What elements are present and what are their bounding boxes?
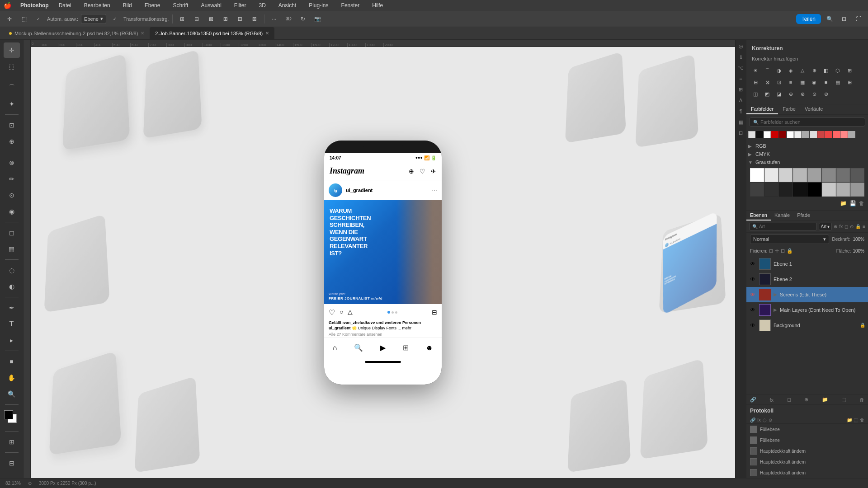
tool-options-btn[interactable]: ✓ — [33, 13, 44, 25]
adj-gradient-icon[interactable]: ▤ — [832, 77, 843, 88]
tab-pfade[interactable]: Pfade — [793, 211, 814, 221]
text-tool[interactable]: T — [4, 316, 20, 332]
adj-hsl-icon[interactable]: △ — [797, 65, 808, 76]
panel-save-icon[interactable]: 💾 — [849, 200, 856, 206]
swatch-12[interactable] — [833, 131, 840, 138]
path-select-tool[interactable]: ▸ — [4, 333, 20, 348]
align-center-btn[interactable]: ⊟ — [191, 13, 203, 25]
layer-type-dropdown[interactable]: Art ▾ — [819, 223, 832, 230]
ig-profile-icon[interactable]: ☻ — [425, 344, 433, 352]
blend-mode-dropdown[interactable]: Normal ▾ — [750, 235, 829, 244]
adj-vibrance-icon[interactable]: ◈ — [785, 65, 796, 76]
hand-tool[interactable]: ✋ — [4, 370, 20, 385]
tab-close-icon[interactable]: ✕ — [141, 31, 144, 36]
share-button[interactable]: Teilen — [796, 14, 821, 24]
layer-link-icon[interactable]: 🔗 — [750, 397, 756, 403]
magic-wand-tool[interactable]: ✦ — [4, 96, 20, 112]
adj-photo-filter-icon[interactable]: ⬡ — [832, 65, 843, 76]
select-tool-btn[interactable]: ⬚ — [18, 13, 30, 25]
tab-kanaele[interactable]: Kanäle — [771, 211, 793, 221]
3d-mode-btn[interactable]: 3D — [283, 13, 294, 25]
layer-filter-icon[interactable]: ⊕ — [834, 224, 837, 229]
panel-folder-icon[interactable]: 📁 — [840, 200, 847, 206]
ig-heart-icon[interactable]: ♡ — [420, 168, 425, 175]
ebene-dropdown[interactable]: Ebene ▾ — [81, 14, 106, 24]
adj-colorbalance-icon[interactable]: ⊕ — [809, 65, 820, 76]
align-bottom-btn[interactable]: ⊠ — [249, 13, 260, 25]
gs-5[interactable] — [807, 168, 821, 182]
graustufen-group[interactable]: ▼ Graustufen — [748, 158, 866, 166]
layer-adj-bottom-icon[interactable]: ⊕ — [804, 397, 808, 403]
gs-2[interactable] — [764, 168, 778, 182]
move-tool[interactable]: ✛ — [4, 42, 20, 58]
layer-mask-icon[interactable]: ◻ — [844, 224, 848, 229]
menu-bearbeiten[interactable]: Bearbeiten — [81, 1, 113, 9]
tab-mockup[interactable]: Mockup-Stellenausschreibung-2.psd bei 82… — [4, 27, 150, 40]
ig-username[interactable]: ui_gradient — [346, 188, 428, 193]
align-mid-btn[interactable]: ⊟ — [234, 13, 246, 25]
protokoll-icon-2[interactable]: fx — [757, 418, 761, 422]
more-options-btn[interactable]: ··· — [268, 13, 280, 25]
move-tool-btn[interactable]: ✛ — [4, 13, 15, 25]
swatch-1[interactable] — [748, 131, 755, 138]
swatch-8[interactable] — [802, 131, 809, 138]
fix-pixel-icon[interactable]: ⊞ — [769, 248, 773, 254]
layer-vis-background[interactable]: 👁 — [749, 322, 756, 329]
brush-tool[interactable]: ✏ — [4, 171, 20, 187]
gs-13[interactable] — [807, 183, 821, 197]
fix-artboard-icon[interactable]: ⊟ — [781, 248, 785, 254]
layer-fx-bottom-icon[interactable]: fx — [770, 397, 774, 403]
panel-icon-1[interactable]: ◎ — [736, 42, 745, 51]
quick-mask-btn[interactable]: ⊞ — [4, 434, 20, 450]
adj-solid-color-icon[interactable]: ■ — [821, 77, 831, 88]
layer-item-mainlayers[interactable]: 👁 ▶ Main Layers (Dont Need To Open) — [746, 302, 868, 318]
panel-icon-3[interactable]: ⌥ — [736, 63, 745, 72]
gs-11[interactable] — [779, 183, 793, 197]
menu-hilfe[interactable]: Hilfe — [369, 1, 386, 9]
adj-15-icon[interactable]: ⊘ — [821, 89, 831, 99]
align-right-btn[interactable]: ⊠ — [205, 13, 217, 25]
fix-all-icon[interactable]: 🔒 — [787, 248, 793, 254]
swatch-9[interactable] — [810, 131, 817, 138]
apple-menu[interactable]: 🍎 — [4, 2, 11, 9]
layer-item-background[interactable]: 👁 Background 🔒 — [746, 318, 868, 333]
ig-shop-icon[interactable]: ⊞ — [403, 343, 409, 352]
tab-farbe[interactable]: Farbe — [778, 104, 800, 114]
layer-vis-mainlayers[interactable]: 👁 — [749, 306, 756, 314]
ig-post-options-icon[interactable]: ··· — [432, 187, 437, 194]
tab-job-banner[interactable]: 2-Job-Banner-1080x1350.psd bei 135% (RGB… — [150, 27, 274, 40]
panel-icon-5[interactable]: ⊞ — [736, 85, 745, 94]
protokoll-item-4[interactable]: Hauptdeckkraft ändern — [746, 456, 868, 467]
menu-fenster[interactable]: Fenster — [339, 1, 363, 9]
layer-folder-bottom-icon[interactable]: 📁 — [822, 397, 828, 403]
adj-12-icon[interactable]: ⊕ — [785, 89, 796, 99]
gs-12[interactable] — [793, 183, 807, 197]
protokoll-icon-4[interactable]: ⊙ — [769, 418, 772, 422]
adj-exposure-icon[interactable]: ◑ — [774, 65, 784, 76]
panel-icon-6[interactable]: A — [736, 96, 745, 105]
adj-10-icon[interactable]: ◩ — [762, 89, 773, 99]
swatch-3[interactable] — [764, 131, 771, 138]
protokoll-icon-1[interactable]: 🔗 — [750, 418, 755, 422]
ig-reels-icon[interactable]: ▶ — [380, 343, 386, 352]
ig-comments[interactable]: Alle 27 Kommentare ansehen — [324, 331, 442, 338]
adj-channel-icon[interactable]: ⊞ — [844, 65, 855, 76]
dodge-tool[interactable]: ◐ — [4, 279, 20, 294]
swatch-10[interactable] — [817, 131, 825, 138]
swatch-6[interactable] — [787, 131, 794, 138]
ig-home-icon[interactable]: ⌂ — [333, 344, 337, 352]
cmyk-group[interactable]: ▶ CMYK — [748, 150, 866, 158]
tab-farbfelder[interactable]: Farbfelder — [746, 104, 778, 114]
layer-vis-screens[interactable]: 👁 — [749, 291, 756, 298]
layer-vis-ebene1[interactable]: 👁 — [749, 260, 756, 267]
ig-share-icon[interactable]: △ — [348, 308, 353, 317]
panel-trash-icon[interactable]: 🗑 — [859, 200, 864, 206]
healing-tool[interactable]: ⊗ — [4, 155, 20, 170]
protokoll-item-2[interactable]: Füllebene — [746, 435, 868, 446]
gs-1[interactable] — [750, 168, 764, 182]
swatch-4[interactable] — [771, 131, 778, 138]
rotate-btn[interactable]: ↻ — [297, 13, 309, 25]
adj-bw-icon[interactable]: ◧ — [821, 65, 831, 76]
rgb-group[interactable]: ▶ RGB — [748, 142, 866, 150]
menu-auswahl[interactable]: Auswahl — [198, 1, 224, 9]
